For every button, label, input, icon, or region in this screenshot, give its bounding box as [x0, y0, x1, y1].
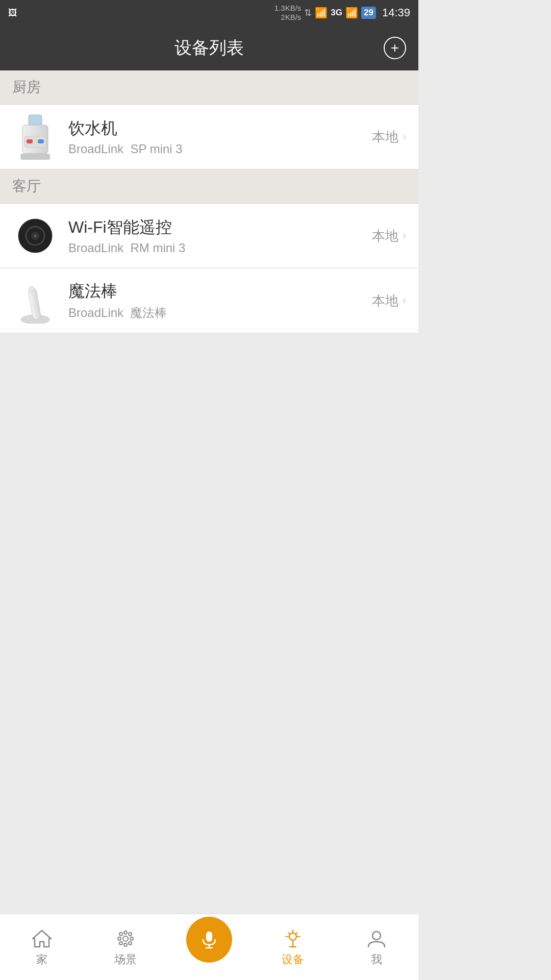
photo-icon: 🖼: [8, 8, 17, 18]
water-dispenser-image: [17, 114, 53, 160]
device-info-water-dispenser: 饮水机 BroadLink SP mini 3: [68, 117, 372, 156]
svg-rect-0: [29, 115, 42, 126]
svg-point-18: [119, 933, 122, 936]
signal-icon: 📶: [345, 7, 358, 19]
nav-label-me: 我: [371, 952, 382, 967]
rm-mini-image: [17, 218, 53, 254]
battery-indicator: 29: [361, 7, 376, 19]
svg-point-17: [130, 937, 133, 940]
svg-point-16: [118, 937, 121, 940]
magic-wand-image: [17, 278, 53, 324]
svg-rect-5: [20, 154, 50, 160]
transfer-icon: ⇅: [304, 7, 312, 18]
device-item-water-dispenser[interactable]: 饮水机 BroadLink SP mini 3 本地 ›: [0, 105, 418, 169]
chevron-right-icon: ›: [403, 130, 406, 143]
device-model-magic-wand: BroadLink 魔法棒: [68, 305, 372, 321]
svg-point-19: [129, 942, 132, 945]
device-list-content: 厨房: [0, 70, 418, 333]
device-info-magic-wand: 魔法棒 BroadLink 魔法棒: [68, 280, 372, 321]
section-label-kitchen: 厨房: [12, 79, 41, 95]
nav-item-scene[interactable]: 场景: [84, 927, 167, 967]
device-model-wifi-remote: BroadLink RM mini 3: [68, 241, 372, 255]
svg-point-21: [119, 942, 122, 945]
device-name-magic-wand: 魔法棒: [68, 280, 372, 303]
home-icon: [31, 927, 53, 950]
device-name-wifi-remote: Wi-Fi智能遥控: [68, 216, 372, 239]
svg-point-26: [372, 932, 381, 940]
nav-label-home: 家: [36, 952, 47, 967]
add-device-button[interactable]: +: [384, 37, 406, 59]
nav-item-me[interactable]: 我: [335, 927, 418, 967]
page-header: 设备列表 +: [0, 26, 418, 70]
device-item-magic-wand[interactable]: 魔法棒 BroadLink 魔法棒 本地 ›: [0, 268, 418, 333]
device-status-magic-wand: 本地 ›: [372, 292, 406, 310]
device-status-water-dispenser: 本地 ›: [372, 128, 406, 146]
svg-point-9: [34, 234, 37, 237]
device-model-water-dispenser: BroadLink SP mini 3: [68, 142, 372, 156]
svg-point-20: [129, 933, 132, 936]
nav-label-device: 设备: [282, 952, 304, 967]
status-bar: 🖼 1.3KB/s 2KB/s ⇅ 📶 3G 📶 29 14:39: [0, 0, 418, 26]
svg-rect-4: [38, 139, 44, 143]
svg-point-12: [29, 286, 34, 291]
page-title: 设备列表: [174, 36, 244, 60]
device-name-water-dispenser: 饮水机: [68, 117, 372, 140]
nav-item-voice[interactable]: [167, 932, 251, 963]
clock: 14:39: [382, 6, 410, 19]
device-icon-water-dispenser: [12, 114, 58, 160]
mic-icon: [198, 928, 220, 951]
svg-rect-3: [27, 139, 33, 143]
profile-icon: [365, 927, 388, 950]
svg-point-14: [124, 931, 127, 934]
device-icon-magic-wand: [12, 278, 58, 324]
bottom-navigation: 家 场景: [0, 914, 418, 980]
voice-button[interactable]: [186, 917, 232, 963]
device-info-wifi-remote: Wi-Fi智能遥控 BroadLink RM mini 3: [68, 216, 372, 255]
chevron-right-icon: ›: [403, 294, 406, 307]
nav-item-device[interactable]: 设备: [251, 927, 335, 967]
nav-label-scene: 场景: [114, 952, 137, 967]
svg-point-13: [123, 936, 128, 941]
chevron-right-icon: ›: [403, 229, 406, 242]
section-header-living-room: 客厅: [0, 169, 418, 204]
device-icon: [282, 927, 304, 950]
three-g-label: 3G: [331, 8, 342, 18]
device-icon-wifi-remote: [12, 213, 58, 259]
svg-point-15: [124, 943, 127, 946]
device-item-wifi-remote[interactable]: Wi-Fi智能遥控 BroadLink RM mini 3 本地 ›: [0, 204, 418, 268]
svg-rect-22: [206, 932, 212, 942]
device-status-wifi-remote: 本地 ›: [372, 227, 406, 245]
section-label-living-room: 客厅: [12, 178, 41, 194]
wifi-icon: 📶: [315, 7, 328, 19]
network-speed: 1.3KB/s 2KB/s: [274, 4, 302, 22]
nav-item-home[interactable]: 家: [0, 927, 84, 967]
section-header-kitchen: 厨房: [0, 70, 418, 105]
scene-icon: [114, 927, 137, 950]
